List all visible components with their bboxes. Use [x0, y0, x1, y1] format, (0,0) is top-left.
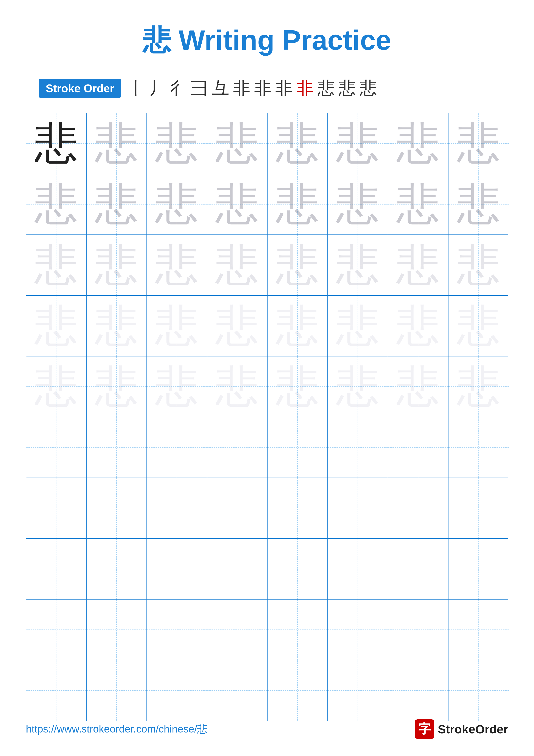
- grid-cell[interactable]: [26, 660, 87, 721]
- grid-cell[interactable]: 悲: [147, 174, 207, 234]
- practice-char: 悲: [95, 365, 138, 408]
- grid-cell[interactable]: [448, 417, 509, 477]
- grid-cell[interactable]: 悲: [388, 235, 448, 295]
- stroke-step-10: 悲: [318, 77, 335, 100]
- grid-cell[interactable]: [328, 417, 388, 477]
- grid-cell[interactable]: [388, 539, 448, 599]
- grid-cell[interactable]: 悲: [267, 235, 328, 295]
- grid-cell[interactable]: 悲: [147, 296, 207, 356]
- grid-cell[interactable]: 悲: [26, 174, 87, 234]
- grid-cell[interactable]: 悲: [328, 235, 388, 295]
- grid-cell[interactable]: 悲: [267, 296, 328, 356]
- stroke-step-2: 丿: [149, 77, 166, 100]
- grid-cell[interactable]: [26, 539, 87, 599]
- practice-char: 悲: [457, 365, 500, 408]
- grid-cell[interactable]: [207, 660, 267, 721]
- grid-cell[interactable]: 悲: [388, 296, 448, 356]
- grid-cell[interactable]: [328, 660, 388, 721]
- grid-cell[interactable]: 悲: [267, 113, 328, 174]
- grid-cell[interactable]: [448, 478, 509, 538]
- grid-cell[interactable]: [87, 417, 147, 477]
- grid-cell[interactable]: 悲: [87, 113, 147, 174]
- grid-cell[interactable]: [388, 600, 448, 660]
- stroke-step-4: 彐: [191, 77, 208, 100]
- practice-char: 悲: [396, 183, 440, 226]
- grid-cell[interactable]: [388, 660, 448, 721]
- grid-cell[interactable]: 悲: [448, 235, 509, 295]
- grid-cell[interactable]: [87, 600, 147, 660]
- grid-cell[interactable]: 悲: [87, 235, 147, 295]
- grid-cell[interactable]: [267, 539, 328, 599]
- grid-row-7: [26, 478, 508, 539]
- title-text: Writing Practice: [171, 24, 391, 56]
- grid-cell[interactable]: 悲: [448, 357, 509, 417]
- grid-cell[interactable]: 悲: [147, 113, 207, 174]
- grid-cell[interactable]: [328, 478, 388, 538]
- grid-cell[interactable]: [388, 417, 448, 477]
- grid-cell[interactable]: [147, 600, 207, 660]
- grid-cell[interactable]: 悲: [328, 357, 388, 417]
- grid-cell[interactable]: [26, 417, 87, 477]
- grid-cell[interactable]: 悲: [26, 296, 87, 356]
- grid-cell[interactable]: 悲: [87, 296, 147, 356]
- grid-cell[interactable]: 悲: [26, 235, 87, 295]
- grid-cell[interactable]: [448, 600, 509, 660]
- grid-cell[interactable]: 悲: [87, 357, 147, 417]
- grid-row-1: 悲 悲 悲 悲 悲 悲 悲 悲: [26, 113, 508, 174]
- grid-cell[interactable]: [328, 600, 388, 660]
- grid-cell[interactable]: [87, 660, 147, 721]
- grid-cell[interactable]: [147, 417, 207, 477]
- grid-cell[interactable]: [267, 478, 328, 538]
- grid-cell[interactable]: 悲: [388, 174, 448, 234]
- title-char: 悲: [143, 24, 171, 56]
- grid-cell[interactable]: 悲: [328, 296, 388, 356]
- grid-cell[interactable]: [207, 417, 267, 477]
- grid-cell[interactable]: [147, 660, 207, 721]
- grid-cell[interactable]: [448, 539, 509, 599]
- footer-logo-text: StrokeOrder: [438, 722, 508, 736]
- grid-cell[interactable]: 悲: [207, 296, 267, 356]
- grid-cell[interactable]: [267, 417, 328, 477]
- grid-cell[interactable]: [267, 660, 328, 721]
- grid-cell[interactable]: [87, 478, 147, 538]
- grid-cell[interactable]: 悲: [87, 174, 147, 234]
- grid-cell[interactable]: 悲: [448, 113, 509, 174]
- practice-char: 悲: [276, 122, 319, 165]
- grid-cell[interactable]: 悲: [267, 357, 328, 417]
- practice-char: 悲: [276, 183, 319, 226]
- grid-cell[interactable]: 悲: [448, 174, 509, 234]
- grid-cell[interactable]: [388, 478, 448, 538]
- grid-cell[interactable]: [448, 660, 509, 721]
- grid-cell[interactable]: 悲: [26, 357, 87, 417]
- practice-char: 悲: [216, 244, 259, 286]
- grid-cell[interactable]: [207, 478, 267, 538]
- grid-cell[interactable]: 悲: [147, 357, 207, 417]
- grid-cell[interactable]: 悲: [207, 113, 267, 174]
- grid-cell[interactable]: [328, 539, 388, 599]
- page: 悲 Writing Practice Stroke Order 丨 丿 彳 彐 …: [0, 0, 534, 756]
- stroke-step-1: 丨: [128, 77, 145, 100]
- grid-cell[interactable]: [26, 600, 87, 660]
- grid-cell[interactable]: 悲: [147, 235, 207, 295]
- grid-cell[interactable]: 悲: [26, 113, 87, 174]
- practice-char: 悲: [95, 122, 138, 165]
- grid-cell[interactable]: 悲: [267, 174, 328, 234]
- grid-cell[interactable]: [26, 478, 87, 538]
- grid-cell[interactable]: 悲: [388, 357, 448, 417]
- grid-cell[interactable]: [207, 600, 267, 660]
- grid-cell[interactable]: [87, 539, 147, 599]
- grid-cell[interactable]: 悲: [448, 296, 509, 356]
- grid-cell[interactable]: 悲: [207, 174, 267, 234]
- grid-cell[interactable]: 悲: [207, 235, 267, 295]
- grid-cell[interactable]: 悲: [207, 357, 267, 417]
- grid-cell[interactable]: 悲: [328, 174, 388, 234]
- practice-char: 悲: [276, 244, 319, 286]
- grid-cell[interactable]: 悲: [388, 113, 448, 174]
- practice-char: 悲: [396, 122, 440, 165]
- grid-cell[interactable]: [147, 478, 207, 538]
- grid-cell[interactable]: [147, 539, 207, 599]
- grid-cell[interactable]: 悲: [328, 113, 388, 174]
- grid-cell[interactable]: [207, 539, 267, 599]
- grid-cell[interactable]: [267, 600, 328, 660]
- practice-char: 悲: [336, 244, 379, 286]
